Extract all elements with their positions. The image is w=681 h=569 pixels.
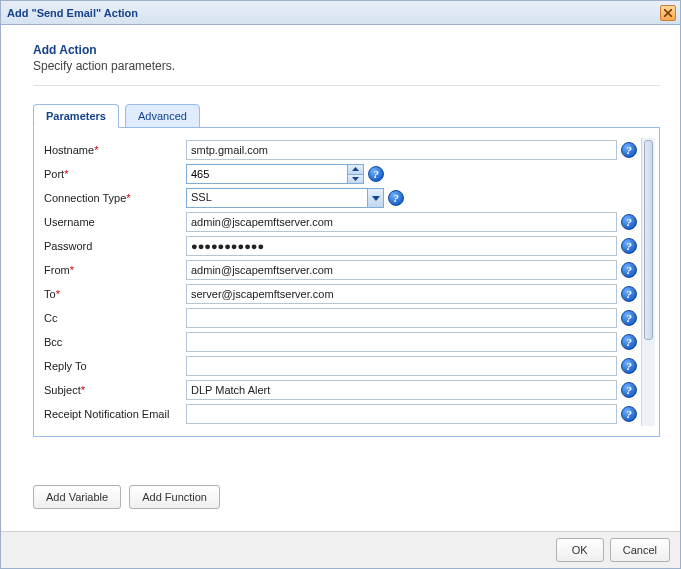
help-icon[interactable]: ?: [621, 334, 637, 350]
label-connection-type: Connection Type*: [42, 192, 186, 204]
tab-advanced[interactable]: Advanced: [125, 104, 200, 128]
connection-type-trigger[interactable]: [367, 189, 383, 207]
section-subheading: Specify action parameters.: [33, 59, 660, 86]
dialog-footer: OK Cancel: [1, 531, 680, 568]
receipt-notification-email-input[interactable]: [186, 404, 617, 424]
label-reply-to: Reply To: [42, 360, 186, 372]
vertical-scrollbar[interactable]: [641, 138, 655, 426]
help-icon[interactable]: ?: [621, 262, 637, 278]
tab-strip: Parameters Advanced: [33, 104, 660, 128]
cancel-button[interactable]: Cancel: [610, 538, 670, 562]
help-icon[interactable]: ?: [621, 142, 637, 158]
chevron-up-icon: [352, 167, 359, 171]
send-email-action-dialog: Add "Send Email" Action Add Action Speci…: [0, 0, 681, 569]
label-receipt-notification-email: Receipt Notification Email: [42, 408, 186, 420]
section-heading: Add Action: [33, 43, 660, 57]
label-bcc: Bcc: [42, 336, 186, 348]
dialog-titlebar: Add "Send Email" Action: [1, 1, 680, 25]
connection-type-value: SSL: [187, 189, 367, 207]
row-from: From* ?: [42, 258, 641, 282]
to-input[interactable]: [186, 284, 617, 304]
row-receipt-notification-email: Receipt Notification Email ?: [42, 402, 641, 426]
help-icon[interactable]: ?: [621, 382, 637, 398]
form-area: Hostname* ? Port*: [42, 138, 641, 426]
row-connection-type: Connection Type* SSL ?: [42, 186, 641, 210]
row-subject: Subject* ?: [42, 378, 641, 402]
label-port: Port*: [42, 168, 186, 180]
tab-parameters[interactable]: Parameters: [33, 104, 119, 128]
help-icon[interactable]: ?: [621, 406, 637, 422]
row-port: Port* ?: [42, 162, 641, 186]
chevron-down-icon: [352, 177, 359, 181]
help-icon[interactable]: ?: [621, 286, 637, 302]
from-input[interactable]: [186, 260, 617, 280]
add-variable-button[interactable]: Add Variable: [33, 485, 121, 509]
help-icon[interactable]: ?: [621, 310, 637, 326]
ok-button[interactable]: OK: [556, 538, 604, 562]
dialog-content: Add Action Specify action parameters. Pa…: [1, 25, 680, 531]
scrollbar-thumb[interactable]: [644, 140, 653, 340]
label-hostname: Hostname*: [42, 144, 186, 156]
help-icon[interactable]: ?: [621, 238, 637, 254]
close-button[interactable]: [660, 5, 676, 21]
row-hostname: Hostname* ?: [42, 138, 641, 162]
row-bcc: Bcc ?: [42, 330, 641, 354]
bottom-button-row: Add Variable Add Function: [33, 485, 660, 509]
port-spinner[interactable]: [186, 164, 364, 184]
label-to: To*: [42, 288, 186, 300]
label-username: Username: [42, 216, 186, 228]
label-password: Password: [42, 240, 186, 252]
row-cc: Cc ?: [42, 306, 641, 330]
row-password: Password ?: [42, 234, 641, 258]
port-spin-down[interactable]: [348, 174, 363, 184]
dialog-title: Add "Send Email" Action: [7, 7, 138, 19]
hostname-input[interactable]: [186, 140, 617, 160]
reply-to-input[interactable]: [186, 356, 617, 376]
cc-input[interactable]: [186, 308, 617, 328]
help-icon[interactable]: ?: [368, 166, 384, 182]
connection-type-select[interactable]: SSL: [186, 188, 384, 208]
username-input[interactable]: [186, 212, 617, 232]
row-to: To* ?: [42, 282, 641, 306]
help-icon[interactable]: ?: [621, 214, 637, 230]
label-cc: Cc: [42, 312, 186, 324]
close-icon: [664, 9, 672, 17]
add-function-button[interactable]: Add Function: [129, 485, 220, 509]
chevron-down-icon: [372, 196, 380, 201]
row-reply-to: Reply To ?: [42, 354, 641, 378]
label-from: From*: [42, 264, 186, 276]
subject-input[interactable]: [186, 380, 617, 400]
help-icon[interactable]: ?: [621, 358, 637, 374]
help-icon[interactable]: ?: [388, 190, 404, 206]
label-subject: Subject*: [42, 384, 186, 396]
port-spin-up[interactable]: [348, 165, 363, 174]
row-username: Username ?: [42, 210, 641, 234]
bcc-input[interactable]: [186, 332, 617, 352]
password-input[interactable]: [186, 236, 617, 256]
port-input[interactable]: [187, 165, 347, 183]
parameters-panel: Hostname* ? Port*: [33, 127, 660, 437]
